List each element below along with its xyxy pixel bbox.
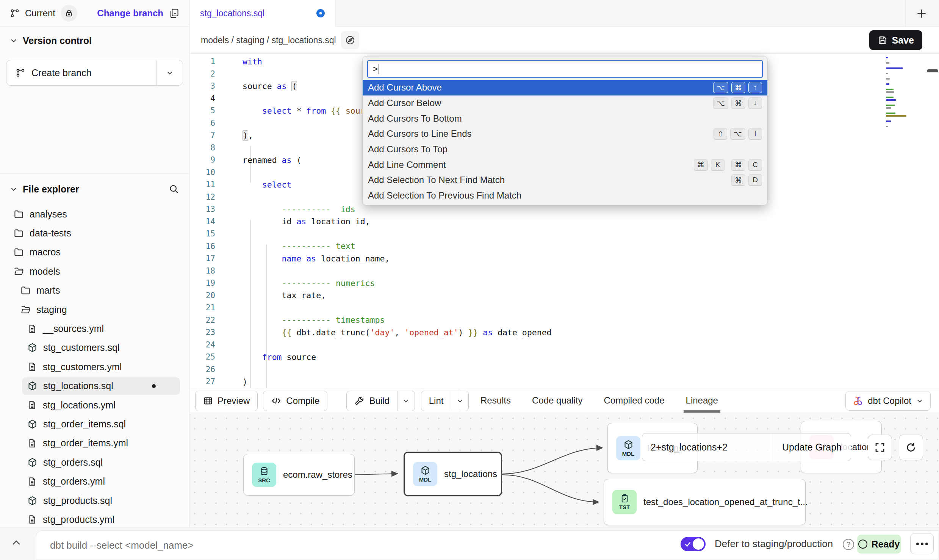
cube-icon: [27, 343, 38, 353]
palette-item-add-selection-to-previous-find-match[interactable]: Add Selection To Previous Find Match: [363, 188, 767, 203]
dbt-copilot-button[interactable]: dbt Copilot: [845, 391, 931, 411]
lint-dropdown[interactable]: [451, 391, 468, 411]
file-row-macros[interactable]: macros: [0, 243, 189, 262]
file-row-stg-orders-yml[interactable]: stg_orders.yml: [0, 472, 189, 491]
create-branch-dropdown[interactable]: [156, 60, 183, 85]
more-options-button[interactable]: [910, 533, 934, 554]
doc-icon: [27, 515, 37, 524]
keycap: ⌥: [730, 128, 745, 139]
palette-item-add-line-comment[interactable]: Add Line Comment⌘K⌘C: [363, 157, 767, 172]
copy-docs-icon[interactable]: [169, 8, 179, 19]
lineage-node-src[interactable]: SRCecom.raw_stores: [243, 454, 355, 496]
file-row-stg-locations-sql[interactable]: stg_locations.sql: [0, 377, 189, 396]
file-row-stg-customers-yml[interactable]: stg_customers.yml: [0, 357, 189, 376]
scrollbar-thumb[interactable]: [927, 69, 938, 72]
code-text: tax_rate,: [243, 291, 326, 300]
palette-item-add-cursors-to-bottom[interactable]: Add Cursors To Bottom: [363, 111, 767, 126]
folder-open-icon: [20, 305, 31, 315]
minimap-line: [886, 105, 895, 106]
ready-status-badge[interactable]: Ready: [857, 535, 901, 554]
compass-docs-button[interactable]: [341, 31, 359, 49]
compile-button[interactable]: Compile: [263, 391, 327, 411]
file-row-stg-orders-sql[interactable]: stg_orders.sql: [0, 453, 189, 472]
file-row-analyses[interactable]: analyses: [0, 205, 189, 224]
doc-icon: [27, 477, 37, 486]
tab-code-quality[interactable]: Code quality: [532, 388, 582, 413]
graph-selector-input[interactable]: 2+stg_locations+2: [642, 433, 773, 461]
build-dropdown[interactable]: [397, 391, 415, 411]
new-tab-button[interactable]: [914, 6, 929, 21]
lock-icon: [65, 9, 73, 17]
help-icon[interactable]: ?: [843, 539, 854, 550]
lineage-canvas[interactable]: SRCecom.raw_storesMDLstg_locationsMDLloc…: [189, 413, 939, 527]
copilot-icon: [853, 396, 863, 406]
palette-item-add-selection-to-next-find-match[interactable]: Add Selection To Next Find Match⌘D: [363, 172, 767, 188]
minimap-line: [886, 107, 891, 109]
palette-item-add-cursor-below[interactable]: Add Cursor Below⌥⌘↓: [363, 95, 767, 111]
tab-compiled-code[interactable]: Compiled code: [604, 388, 664, 413]
minimap[interactable]: [886, 57, 909, 128]
tab-results[interactable]: Results: [480, 388, 511, 413]
badge-label: SRC: [258, 477, 270, 483]
palette-item-add-cursors-to-line-ends[interactable]: Add Cursors to Line Ends⇧⌥I: [363, 126, 767, 142]
file-name: stg_order_items.sql: [43, 419, 126, 430]
code-line-24: 24: [189, 339, 939, 351]
create-branch-label: Create branch: [31, 67, 91, 78]
file-row-stg-products-yml[interactable]: stg_products.yml: [0, 510, 189, 529]
file-row-stg-products-sql[interactable]: stg_products.sql: [0, 491, 189, 510]
shortcut-keys: ⇧⌥I: [714, 128, 762, 139]
fullscreen-button[interactable]: [868, 435, 892, 460]
build-button[interactable]: Build: [346, 391, 415, 411]
line-number: 3: [189, 81, 229, 91]
tab-stg-locations[interactable]: stg_locations.sql: [189, 0, 336, 27]
file-row-stg-order-items-yml[interactable]: stg_order_items.yml: [0, 434, 189, 453]
folder-open-icon: [14, 266, 24, 277]
code-text: ---------- ids: [243, 205, 355, 214]
file-row-marts[interactable]: marts: [0, 281, 189, 300]
file-row-models[interactable]: models: [0, 262, 189, 281]
search-icon[interactable]: [169, 184, 179, 194]
keycap: ↑: [748, 82, 762, 93]
lineage-node-tst[interactable]: TSTtest_does_location_opened_at_trunc_t.…: [604, 479, 806, 525]
palette-item-add-cursors-to-top[interactable]: Add Cursors To Top: [363, 142, 767, 157]
minimap-line: [886, 97, 894, 98]
file-row-data-tests[interactable]: data-tests: [0, 224, 189, 242]
chevron-up-icon[interactable]: [11, 537, 22, 550]
minimap-line: [886, 78, 890, 80]
lint-button[interactable]: Lint: [421, 391, 469, 411]
palette-item-add-cursors-to-modified-lines[interactable]: Add Cursors To Modified Lines: [363, 203, 767, 206]
tab-lineage[interactable]: Lineage: [686, 388, 718, 413]
update-graph-button[interactable]: Update Graph: [773, 433, 851, 461]
version-control-header[interactable]: Version control: [10, 32, 179, 49]
line-number: 26: [189, 365, 229, 374]
refresh-button[interactable]: [899, 435, 923, 460]
defer-toggle[interactable]: [681, 537, 706, 551]
modified-dot-icon: [152, 384, 156, 388]
file-row-stg-locations-yml[interactable]: stg_locations.yml: [0, 396, 189, 415]
command-palette: > Add Cursor Above⌥⌘↑Add Cursor Below⌥⌘↓…: [362, 56, 768, 205]
file-explorer-header[interactable]: File explorer: [10, 180, 179, 198]
action-buttons: PreviewCompileBuildLint: [189, 391, 469, 411]
preview-button[interactable]: Preview: [195, 391, 258, 411]
minimap-line: [886, 83, 889, 85]
file-row-stg-order-items-sql[interactable]: stg_order_items.sql: [0, 415, 189, 433]
file-name: stg_products.yml: [43, 514, 114, 525]
cube-icon: [623, 440, 634, 450]
line-number: 7: [189, 131, 229, 140]
save-button[interactable]: Save: [869, 30, 922, 50]
line-number: 5: [189, 106, 229, 115]
palette-item-add-cursor-above[interactable]: Add Cursor Above⌥⌘↑: [363, 80, 767, 95]
file-row-stg-customers-sql[interactable]: stg_customers.sql: [0, 338, 189, 357]
command-palette-input[interactable]: >: [367, 60, 763, 78]
file-row-staging[interactable]: staging: [0, 300, 189, 319]
lineage-node-stg[interactable]: MDLstg_locations: [404, 452, 502, 496]
command-list: Add Cursor Above⌥⌘↑Add Cursor Below⌥⌘↓Ad…: [363, 80, 767, 205]
change-branch-link[interactable]: Change branch: [97, 8, 163, 19]
breadcrumb: models / staging / stg_locations.sql: [201, 27, 336, 54]
keycap: ⌥: [713, 82, 728, 93]
file-row--sources-yml[interactable]: __sources.yml: [0, 319, 189, 338]
palette-item-label: Add Cursors to Line Ends: [368, 128, 471, 139]
code-text: name as location_name,: [243, 254, 390, 263]
create-branch-button[interactable]: Create branch: [6, 60, 183, 86]
doc-icon: [27, 400, 37, 410]
